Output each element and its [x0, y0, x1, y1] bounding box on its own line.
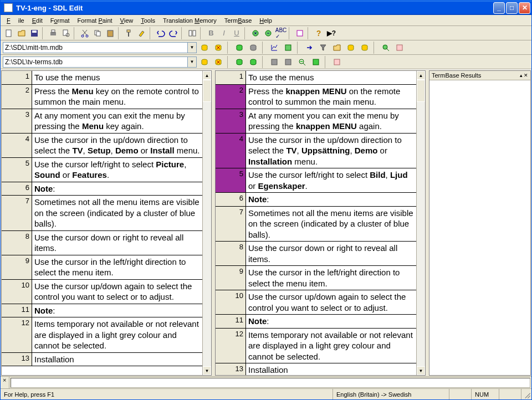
tm-lookup-icon[interactable] [249, 27, 262, 39]
table-row[interactable]: 8Use the cursor down or right to reveal … [2, 231, 202, 255]
tm-chart-icon[interactable] [268, 42, 280, 54]
table-row[interactable]: 1To use the menus [2, 71, 202, 85]
menu-format[interactable]: Format [47, 16, 74, 25]
target-segments[interactable]: 1To use the menus2Press the knappen MENU… [216, 71, 416, 375]
maximize-button[interactable]: □ [506, 2, 518, 14]
print-preview-icon[interactable] [60, 27, 72, 39]
segment-text[interactable]: Press the knappen MENU on the remote con… [246, 85, 416, 109]
segment-text[interactable]: Use the cursor in the up/down direction … [246, 134, 416, 168]
table-row[interactable]: 9Use the cursor in the left/right direct… [216, 266, 416, 290]
tm-green2-icon[interactable] [247, 42, 259, 54]
segment-text[interactable]: Use the cursor in the left/right directi… [32, 255, 202, 279]
scroll-up-icon[interactable]: ▲ [203, 71, 211, 80]
highlight-icon[interactable] [136, 27, 148, 39]
segment-text[interactable]: Use the cursor left/right to select Pict… [32, 158, 202, 182]
cut-icon[interactable] [79, 27, 91, 39]
tm-db-open-icon[interactable] [198, 42, 211, 54]
redo-icon[interactable] [167, 27, 180, 39]
segment-text[interactable]: Use the cursor down or right to reveal a… [246, 242, 416, 265]
table-row[interactable]: 10Use the cursor up/down again to select… [216, 290, 416, 315]
segment-text[interactable]: Note: [32, 182, 202, 196]
segment-text[interactable]: Use the cursor up/down again to select t… [32, 280, 202, 304]
table-row[interactable]: 6Note: [216, 193, 416, 207]
open-icon[interactable] [16, 27, 28, 39]
segment-text[interactable]: Sometimes not all the menu items are vis… [246, 207, 416, 242]
paste-icon[interactable] [104, 27, 116, 39]
minimize-button[interactable]: _ [493, 2, 505, 14]
close-button[interactable]: ✕ [519, 2, 530, 14]
menu-view[interactable]: View [116, 16, 137, 25]
table-row[interactable]: 1To use the menus [216, 71, 416, 85]
tm-folder-icon[interactable] [331, 42, 343, 54]
table-row[interactable]: 12Items temporary not available or not r… [2, 317, 202, 353]
scroll-down-icon[interactable]: ▼ [203, 366, 211, 375]
print-icon[interactable] [47, 27, 59, 39]
splitter[interactable] [426, 70, 428, 376]
menu-termbase[interactable]: TermBase [221, 16, 256, 25]
table-row[interactable]: 11Note: [216, 315, 416, 329]
italic-icon[interactable]: I [218, 27, 230, 39]
menu-tools[interactable]: Tools [137, 16, 159, 25]
bold-icon[interactable]: B [205, 27, 217, 39]
tm-yellow2-icon[interactable] [359, 42, 371, 54]
table-row[interactable]: 6Note: [2, 182, 202, 196]
table-row[interactable]: 5Use the cursor left/right to select Bil… [216, 168, 416, 193]
tb-path-combo[interactable]: Z:\SDL\tv-terms.tdb ▼ [3, 57, 197, 68]
segment-text[interactable]: Use the cursor left/right to select Bild… [246, 168, 416, 192]
undo-icon[interactable] [155, 27, 167, 39]
tb-search-icon[interactable] [296, 56, 308, 68]
command-close-icon[interactable]: × [1, 377, 9, 388]
segment-text[interactable]: Use the cursor up/down again to select t… [246, 290, 416, 314]
tm-db-close-icon[interactable] [212, 42, 224, 54]
tb-tool1-icon[interactable] [268, 56, 280, 68]
table-row[interactable]: 4Use the cursor in the up/down direction… [2, 134, 202, 158]
table-row[interactable]: 5Use the cursor left/right to select Pic… [2, 158, 202, 182]
segment-text[interactable]: Use the cursor in the up/down direction … [32, 134, 202, 157]
segment-text[interactable]: At any moment you can exit the menu by p… [246, 109, 416, 133]
segment-text[interactable]: Note: [246, 193, 416, 206]
help-icon[interactable]: ? [313, 27, 325, 39]
tb-db-close-icon[interactable] [212, 56, 224, 68]
tm-filter-icon[interactable] [317, 42, 329, 54]
save-icon[interactable] [28, 27, 40, 39]
scroll-down-icon[interactable]: ▼ [417, 366, 425, 375]
tb-green2-icon[interactable] [247, 56, 259, 68]
segment-text[interactable]: Items temporary not available or not rel… [246, 329, 416, 363]
tm-path-combo[interactable]: Z:\SDL\mitt-tm.mdb ▼ [3, 42, 197, 53]
tm-settings-icon[interactable] [282, 42, 294, 54]
tb-export-icon[interactable] [331, 56, 343, 68]
menu-edit[interactable]: Edit [28, 16, 47, 25]
scroll-up-icon[interactable]: ▲ [417, 71, 425, 80]
table-row[interactable]: 10Use the cursor up/down again to select… [2, 280, 202, 304]
tm-yellow1-icon[interactable] [345, 42, 357, 54]
table-row[interactable]: 2Press the knappen MENU on the remote co… [216, 85, 416, 109]
segment-text[interactable]: To use the menus [246, 71, 416, 84]
segment-text[interactable]: To use the menus [32, 71, 202, 84]
tb-db-open-icon[interactable] [198, 56, 211, 68]
table-row[interactable]: 11Note: [2, 304, 202, 318]
segment-text[interactable]: Use the cursor down or right to reveal a… [32, 231, 202, 255]
table-row[interactable]: 7Sometimes not all the menu items are vi… [2, 196, 202, 231]
tb-tool2-icon[interactable] [282, 56, 294, 68]
format-paint-icon[interactable] [123, 27, 135, 39]
tb-green1-icon[interactable] [233, 56, 245, 68]
underline-icon[interactable]: U [231, 27, 243, 39]
tb-open-icon[interactable] [294, 27, 306, 39]
panel-close-icon[interactable]: ✕ [524, 73, 528, 78]
resize-grip-icon[interactable] [521, 389, 531, 399]
segment-text[interactable]: Installation [32, 353, 202, 366]
panel-pin-icon[interactable]: ▴ [520, 73, 523, 78]
splitter[interactable] [212, 70, 214, 376]
new-icon[interactable] [3, 27, 15, 39]
segment-text[interactable]: Note: [32, 304, 202, 317]
table-row[interactable]: 3At any moment you can exit the menu by … [2, 109, 202, 134]
table-row[interactable]: 9Use the cursor in the left/right direct… [2, 255, 202, 280]
segment-text[interactable]: Note: [246, 315, 416, 328]
segment-text[interactable]: Press the Menu key on the remote control… [32, 85, 202, 109]
segment-text[interactable]: Sometimes not all the menu items are vis… [32, 196, 202, 230]
table-row[interactable]: 4Use the cursor in the up/down direction… [216, 134, 416, 169]
menu-help[interactable]: Help [255, 16, 276, 25]
table-row[interactable]: 13Installation [216, 363, 416, 375]
chevron-down-icon[interactable]: ▼ [187, 57, 196, 67]
menu-file[interactable]: File [3, 16, 28, 25]
